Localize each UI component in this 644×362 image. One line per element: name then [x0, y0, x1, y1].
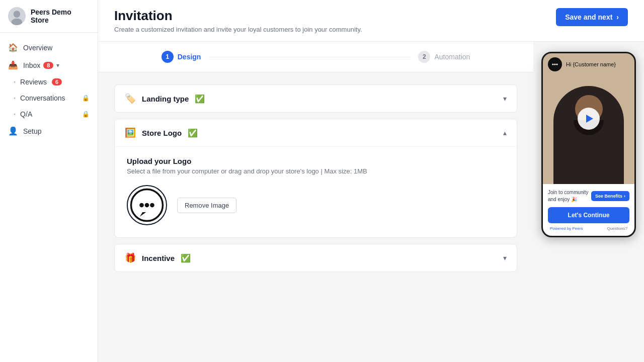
- logo-row: Remove Image: [127, 185, 505, 225]
- svg-point-4: [145, 203, 149, 208]
- incentive-chevron-icon: ▾: [503, 254, 507, 262]
- step-connector: [209, 57, 410, 57]
- sidebar-item-conversations-label: Conversations: [20, 94, 65, 102]
- step-design-circle: 1: [162, 51, 174, 63]
- sidebar-item-inbox[interactable]: 📥 Inbox 8 ▾: [0, 56, 98, 74]
- powered-by-text: Powered by: [550, 226, 571, 231]
- center-panel: 1 Design 2 Automation: [98, 42, 533, 362]
- lets-continue-button[interactable]: Let's Continue: [548, 207, 629, 223]
- sidebar-item-overview-label: Overview: [23, 44, 52, 52]
- landing-type-title: Landing type: [142, 95, 189, 103]
- setup-icon: 👤: [8, 126, 18, 136]
- join-community-row: Join to community and enjoy 🎉 See Benefi…: [548, 189, 629, 203]
- peers-brand: Peers: [572, 226, 583, 231]
- main: Invitation Create a customized invitatio…: [98, 0, 644, 362]
- step-automation-circle: 2: [418, 51, 430, 63]
- section-incentive-left: 🎁 Incentive ✅: [125, 252, 191, 263]
- incentive-icon: 🎁: [125, 252, 136, 263]
- see-benefits-arrow: ›: [624, 194, 625, 199]
- step-design[interactable]: 1 Design: [162, 51, 201, 63]
- phone-bottom-card: Join to community and enjoy 🎉 See Benefi…: [543, 184, 634, 236]
- remove-image-button[interactable]: Remove Image: [177, 198, 236, 213]
- join-text: Join to community and enjoy 🎉: [548, 189, 591, 203]
- sidebar-item-conversations: • Conversations 🔒: [0, 90, 98, 106]
- phone-greeting: Hi {Customer name}: [566, 61, 616, 67]
- sidebar-item-qa-label: Q/A: [20, 110, 32, 118]
- sidebar: Peers Demo Store 🏠 Overview 📥 Inbox 8 ▾ …: [0, 0, 98, 362]
- store-name: Peers Demo Store: [31, 8, 90, 24]
- save-next-label: Save and next: [565, 13, 612, 21]
- questions-link[interactable]: Questions?: [607, 226, 627, 231]
- svg-point-5: [150, 203, 154, 208]
- step-automation[interactable]: 2 Automation: [418, 51, 470, 63]
- section-store-logo-left: 🖼️ Store Logo ✅: [125, 127, 198, 138]
- step-design-label: Design: [178, 53, 201, 61]
- step-automation-label: Automation: [434, 53, 470, 61]
- see-benefits-label: See Benefits: [595, 194, 622, 199]
- sidebar-item-overview[interactable]: 🏠 Overview: [0, 39, 98, 56]
- play-triangle-icon: [586, 115, 593, 123]
- svg-point-6: [552, 63, 553, 65]
- sidebar-nav: 🏠 Overview 📥 Inbox 8 ▾ • Reviews 6 • Con…: [0, 33, 98, 362]
- section-landing-type: 🏷️ Landing type ✅ ▾: [114, 84, 517, 113]
- logo-preview: [127, 185, 167, 225]
- content-area: 1 Design 2 Automation: [98, 42, 644, 362]
- inbox-icon: 📥: [8, 60, 18, 70]
- incentive-title: Incentive: [142, 254, 175, 262]
- sidebar-item-reviews[interactable]: • Reviews 6: [0, 74, 98, 90]
- svg-point-0: [14, 11, 21, 18]
- section-store-logo-body: Upload your Logo Select a file from your…: [115, 146, 517, 237]
- sidebar-item-reviews-label: Reviews: [20, 78, 47, 86]
- store-logo-title: Store Logo: [142, 129, 182, 137]
- store-logo-icon: 🖼️: [125, 127, 136, 138]
- section-incentive: 🎁 Incentive ✅ ▾: [114, 244, 517, 272]
- store-logo-check-icon: ✅: [188, 128, 198, 138]
- save-next-button[interactable]: Save and next ›: [556, 8, 628, 26]
- header-text: Invitation Create a customized invitatio…: [114, 8, 362, 33]
- avatar: [8, 7, 26, 25]
- upload-title: Upload your Logo: [127, 157, 505, 165]
- sidebar-item-inbox-label: Inbox: [23, 61, 40, 69]
- sidebar-item-qa: • Q/A 🔒: [0, 106, 98, 122]
- section-landing-type-left: 🏷️ Landing type ✅: [125, 93, 205, 104]
- inbox-row: Inbox 8 ▾: [23, 61, 59, 69]
- page-subtitle: Create a customized invitation and invit…: [114, 26, 362, 33]
- sidebar-item-setup[interactable]: 👤 Setup: [0, 122, 98, 140]
- main-header: Invitation Create a customized invitatio…: [98, 0, 644, 42]
- phone-logo-circle: [548, 57, 562, 71]
- phone-mockup: Hi {Customer name}: [541, 52, 636, 237]
- section-store-logo: 🖼️ Store Logo ✅ ▴ Upload your Logo Selec…: [114, 119, 517, 238]
- lock-icon-2: 🔒: [82, 111, 90, 118]
- powered-by: Powered by Peers: [550, 226, 583, 231]
- phone-video-area: Hi {Customer name}: [543, 53, 634, 184]
- inbox-badge: 8: [43, 62, 53, 69]
- svg-point-7: [554, 63, 555, 65]
- upload-subtitle: Select a file from your computer or drag…: [127, 167, 505, 175]
- reviews-badge: 6: [52, 78, 62, 85]
- dot-icon: •: [14, 80, 15, 83]
- sidebar-item-setup-label: Setup: [23, 127, 42, 135]
- landing-type-icon: 🏷️: [125, 93, 136, 104]
- incentive-check-icon: ✅: [181, 253, 191, 263]
- landing-type-chevron-icon: ▾: [503, 95, 507, 103]
- svg-point-3: [139, 203, 144, 208]
- lock-icon: 🔒: [82, 95, 90, 102]
- right-panel: Hi {Customer name}: [533, 42, 644, 362]
- section-incentive-header[interactable]: 🎁 Incentive ✅ ▾: [115, 244, 517, 272]
- svg-point-8: [556, 63, 557, 65]
- phone-header-bar: Hi {Customer name}: [543, 53, 634, 75]
- stepper: 1 Design 2 Automation: [98, 42, 533, 72]
- section-landing-type-header[interactable]: 🏷️ Landing type ✅ ▾: [115, 85, 517, 112]
- play-button[interactable]: [578, 108, 600, 130]
- page-title: Invitation: [114, 8, 362, 24]
- svg-point-1: [12, 19, 22, 25]
- dot-icon-3: •: [14, 113, 15, 116]
- dot-icon-2: •: [14, 97, 15, 100]
- sidebar-header: Peers Demo Store: [0, 0, 98, 33]
- chat-logo-svg: [129, 188, 165, 223]
- see-benefits-button[interactable]: See Benefits ›: [591, 191, 629, 201]
- section-store-logo-header[interactable]: 🖼️ Store Logo ✅ ▴: [115, 119, 517, 146]
- phone-footer: Powered by Peers Questions?: [548, 226, 629, 233]
- sections-container: 🏷️ Landing type ✅ ▾ 🖼️ Store Logo ✅: [98, 72, 533, 284]
- home-icon: 🏠: [8, 43, 18, 52]
